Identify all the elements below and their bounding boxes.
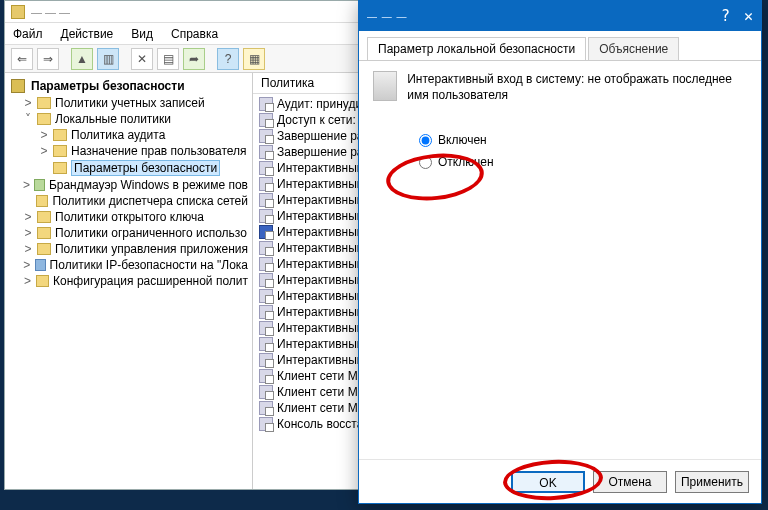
radio-disabled[interactable]: Отключен xyxy=(417,151,747,173)
close-icon[interactable]: ✕ xyxy=(744,7,753,25)
back-button[interactable]: ⇐ xyxy=(11,48,33,70)
menu-help[interactable]: Справка xyxy=(171,27,218,41)
tree-node[interactable]: >Политики IP-безопасности на "Лока xyxy=(5,257,252,273)
tree-node[interactable]: ˅Локальные политики xyxy=(5,111,252,127)
tree-root[interactable]: Параметры безопасности xyxy=(5,77,252,95)
policy-icon xyxy=(259,321,273,335)
policy-icon xyxy=(259,97,273,111)
policy-icon xyxy=(259,369,273,383)
export-button[interactable]: ➦ xyxy=(183,48,205,70)
policy-description: Интерактивный вход в систему: не отображ… xyxy=(407,71,747,103)
tree-node[interactable]: >Брандмауэр Windows в режиме пов xyxy=(5,177,252,193)
radio-enabled[interactable]: Включен xyxy=(417,129,747,151)
folder-icon xyxy=(37,211,51,223)
folder-icon xyxy=(37,113,51,125)
tree-twisty[interactable]: > xyxy=(23,242,33,256)
policy-icon xyxy=(259,417,273,431)
tree-node[interactable]: Политики диспетчера списка сетей xyxy=(5,193,252,209)
policy-label: Завершение ра xyxy=(277,129,364,143)
cancel-button[interactable]: Отмена xyxy=(593,471,667,493)
policy-label: Клиент сети Mi xyxy=(277,369,360,383)
tree-root-label: Параметры безопасности xyxy=(31,79,185,93)
shield-icon xyxy=(11,79,25,93)
tab-explanation[interactable]: Объяснение xyxy=(588,37,679,60)
tree-node-label: Политики диспетчера списка сетей xyxy=(52,194,248,208)
radio-disabled-input[interactable] xyxy=(419,156,432,169)
policy-label: Клиент сети Mi xyxy=(277,401,360,415)
properties-button[interactable]: ▤ xyxy=(157,48,179,70)
tree-node[interactable]: >Политики управления приложения xyxy=(5,241,252,257)
tree-node[interactable]: >Конфигурация расширенной полит xyxy=(5,273,252,289)
tree-node-label: Политика аудита xyxy=(71,128,165,142)
policy-label: Консоль восста xyxy=(277,417,363,431)
tree-pane[interactable]: Параметры безопасности >Политики учетных… xyxy=(5,73,253,489)
apply-button[interactable]: Применить xyxy=(675,471,749,493)
tree-node[interactable]: >Назначение прав пользователя xyxy=(5,143,252,159)
tree-twisty[interactable]: > xyxy=(39,144,49,158)
tree-node-label: Политики открытого ключа xyxy=(55,210,204,224)
policy-label: Интерактивный xyxy=(277,225,364,239)
tree-node[interactable]: >Политика аудита xyxy=(5,127,252,143)
policy-icon xyxy=(259,113,273,127)
policy-label: Интерактивный xyxy=(277,289,364,303)
show-hide-button[interactable]: ▥ xyxy=(97,48,119,70)
folder-icon xyxy=(37,227,51,239)
radio-enabled-input[interactable] xyxy=(419,134,432,147)
policy-icon xyxy=(259,289,273,303)
tree-twisty[interactable]: > xyxy=(39,128,49,142)
menu-action[interactable]: Действие xyxy=(61,27,114,41)
help-icon[interactable]: ? xyxy=(721,7,730,25)
tree-node[interactable]: >Политики учетных записей xyxy=(5,95,252,111)
tree-node-label: Локальные политики xyxy=(55,112,171,126)
radio-group: Включен Отключен xyxy=(417,129,747,173)
dialog-title-text: — — — xyxy=(367,11,408,22)
menu-file[interactable]: Файл xyxy=(13,27,43,41)
delete-button[interactable]: ✕ xyxy=(131,48,153,70)
help-button[interactable]: ? xyxy=(217,48,239,70)
dialog-tabs: Параметр локальной безопасности Объяснен… xyxy=(359,31,761,61)
policy-label: Аудит: принуди xyxy=(277,97,362,111)
tree-twisty[interactable]: > xyxy=(23,274,32,288)
policy-icon xyxy=(259,145,273,159)
tree-twisty[interactable]: > xyxy=(23,178,30,192)
policy-label: Интерактивный xyxy=(277,241,364,255)
dialog-body: Интерактивный вход в систему: не отображ… xyxy=(359,61,761,459)
tree-node[interactable]: Параметры безопасности xyxy=(5,159,252,177)
policy-label: Интерактивный xyxy=(277,209,364,223)
menu-view[interactable]: Вид xyxy=(131,27,153,41)
tree-twisty[interactable]: > xyxy=(23,96,33,110)
policy-label: Клиент сети Mi xyxy=(277,385,360,399)
policy-icon xyxy=(259,401,273,415)
folder-icon xyxy=(53,129,67,141)
tree-twisty[interactable]: > xyxy=(23,226,33,240)
policy-icon xyxy=(259,305,273,319)
policy-label: Интерактивный xyxy=(277,161,364,175)
tree-twisty[interactable]: > xyxy=(23,210,33,224)
tree-twisty[interactable]: ˅ xyxy=(23,112,33,126)
properties-dialog: — — — ? ✕ Параметр локальной безопасност… xyxy=(358,0,762,504)
policy-label: Интерактивный xyxy=(277,273,364,287)
tree-node-label: Параметры безопасности xyxy=(71,160,220,176)
policy-icon xyxy=(259,273,273,287)
dialog-titlebar[interactable]: — — — ? ✕ xyxy=(359,1,761,31)
tree-node-label: Политики IP-безопасности на "Лока xyxy=(50,258,248,272)
tree-node[interactable]: >Политики ограниченного использо xyxy=(5,225,252,241)
folder-icon xyxy=(34,179,45,191)
ok-button[interactable]: OK xyxy=(511,471,585,493)
policy-icon xyxy=(259,385,273,399)
forward-button[interactable]: ⇒ xyxy=(37,48,59,70)
tree-twisty[interactable]: > xyxy=(23,258,31,272)
folder-icon xyxy=(36,275,49,287)
policy-label: Доступ к сети: р xyxy=(277,113,366,127)
tab-local-security[interactable]: Параметр локальной безопасности xyxy=(367,37,586,60)
refresh-button[interactable]: ▦ xyxy=(243,48,265,70)
policy-label: Интерактивный xyxy=(277,177,364,191)
up-button[interactable]: ▲ xyxy=(71,48,93,70)
policy-label: Интерактивный xyxy=(277,321,364,335)
policy-label: Завершение ра xyxy=(277,145,364,159)
tree-node[interactable]: >Политики открытого ключа xyxy=(5,209,252,225)
dialog-buttons: OK Отмена Применить xyxy=(359,459,761,503)
folder-icon xyxy=(53,162,67,174)
tree-node-label: Конфигурация расширенной полит xyxy=(53,274,248,288)
tree-node-label: Политики управления приложения xyxy=(55,242,248,256)
